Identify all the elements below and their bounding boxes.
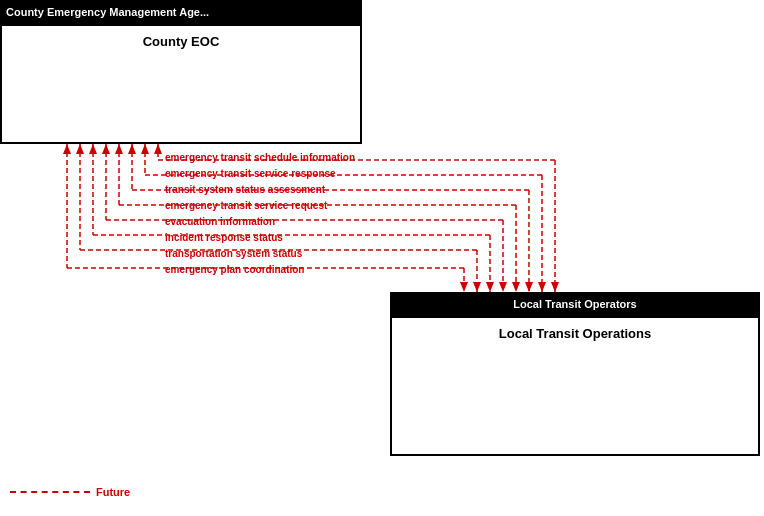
flow-label-1: emergency transit schedule information: [165, 152, 355, 163]
flow-label-2: emergency transit service response: [165, 168, 336, 179]
county-title-label: County Emergency Management Age...: [6, 6, 209, 18]
svg-marker-9: [141, 144, 149, 154]
svg-marker-38: [473, 282, 481, 292]
legend-label: Future: [96, 486, 130, 498]
legend-line: [10, 491, 90, 493]
county-eoc-label: County EOC: [143, 34, 220, 49]
svg-marker-39: [460, 282, 468, 292]
svg-marker-10: [128, 144, 136, 154]
svg-marker-8: [154, 144, 162, 154]
svg-marker-15: [63, 144, 71, 154]
svg-marker-14: [76, 144, 84, 154]
svg-marker-35: [512, 282, 520, 292]
county-title-bar: County Emergency Management Age...: [0, 0, 362, 24]
flow-label-4: emergency transit service request: [165, 200, 327, 211]
lto-box: Local Transit Operations: [390, 316, 760, 456]
legend: Future: [10, 486, 130, 498]
svg-marker-12: [102, 144, 110, 154]
svg-marker-32: [551, 282, 559, 292]
svg-marker-36: [499, 282, 507, 292]
lto-box-label: Local Transit Operations: [499, 326, 651, 341]
lto-title-label: Local Transit Operators: [513, 298, 636, 310]
svg-marker-33: [538, 282, 546, 292]
flow-label-5: evacuation information: [165, 216, 275, 227]
svg-marker-11: [115, 144, 123, 154]
flow-label-6: incident response status: [165, 232, 283, 243]
svg-marker-37: [486, 282, 494, 292]
flow-label-8: emergency plan coordination: [165, 264, 304, 275]
svg-marker-13: [89, 144, 97, 154]
county-eoc-box: County EOC: [0, 24, 362, 144]
svg-marker-34: [525, 282, 533, 292]
lto-title-bar: Local Transit Operators: [390, 292, 760, 316]
flow-label-3: transit system status assessment: [165, 184, 325, 195]
flow-label-7: transportation system status: [165, 248, 302, 259]
